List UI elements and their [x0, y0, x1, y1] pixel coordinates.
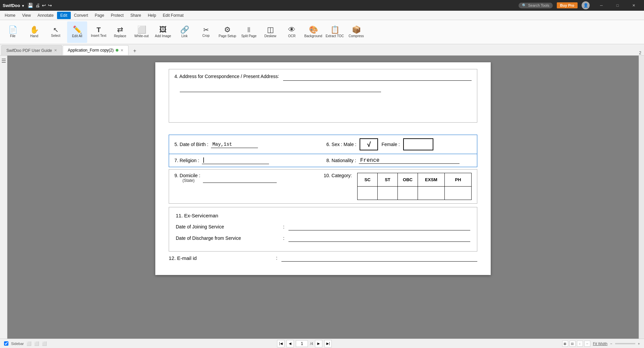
tab-modified-dot	[116, 49, 118, 52]
tool-replace[interactable]: ⇄ Replace	[110, 21, 130, 43]
select-icon: ↖	[53, 26, 59, 33]
tab-add-button[interactable]: +	[130, 47, 139, 55]
menu-edit[interactable]: Edit	[57, 12, 71, 19]
cat-obc-header: OBC	[398, 173, 418, 187]
tool-background-label: Background	[304, 34, 322, 38]
tool-ocr-label: OCR	[288, 34, 296, 38]
discharge-input[interactable]	[288, 234, 470, 242]
fit-width-label[interactable]: Fit Width	[593, 342, 607, 346]
address-line1[interactable]	[283, 73, 472, 81]
view-icon-2[interactable]: ▤	[570, 341, 576, 347]
tool-edit-all[interactable]: ✏️ Edit All	[67, 21, 87, 43]
tool-page-setup[interactable]: ⚙ Page Setup	[217, 21, 237, 43]
panel-icon-1[interactable]: ⬜	[26, 341, 32, 346]
zoom-minus-button[interactable]: −	[610, 342, 612, 346]
title-bar: SwifDoo ▼ 💾 🖨 ↩ ↪ 🔍 Search Tools Buy Pro…	[0, 0, 644, 11]
tool-file[interactable]: 📄 File	[3, 21, 23, 43]
print-quick-icon[interactable]: 🖨	[35, 3, 40, 8]
deskew-icon: ◫	[267, 26, 274, 33]
cat-st-cell[interactable]	[378, 187, 398, 200]
status-bar: Sidebar ⬜ ⬜ ⬜ |◀ ◀ /4 ▶ ▶| ▦ ▤ ↕ ↔ Fit W…	[0, 339, 644, 348]
file-icon: 📄	[8, 26, 17, 33]
female-checkbox[interactable]	[403, 138, 433, 150]
view-icon-1[interactable]: ▦	[562, 341, 568, 347]
zoom-plus-button[interactable]: +	[638, 342, 640, 346]
buy-pro-button[interactable]: Buy Pro	[557, 2, 578, 8]
save-quick-icon[interactable]: 💾	[28, 3, 33, 8]
tool-link[interactable]: 🔗 Link	[174, 21, 195, 43]
joining-colon: :	[283, 224, 284, 229]
tab-application-form-close[interactable]: ✕	[120, 48, 123, 53]
menu-help[interactable]: Help	[145, 12, 160, 19]
male-checkbox[interactable]: √	[360, 138, 378, 150]
maximize-button[interactable]: □	[610, 0, 625, 11]
category-header-row: SC ST OBC EXSM PH	[358, 173, 472, 187]
tool-ocr[interactable]: 👁 OCR	[282, 21, 302, 43]
tool-split-page-label: Split Page	[241, 34, 257, 38]
pdf-viewer[interactable]: 4. Address for Correspondence / Present …	[7, 56, 639, 339]
domicile-input[interactable]	[203, 176, 277, 183]
cat-sc-cell[interactable]	[358, 187, 378, 200]
tool-white-out[interactable]: ⬜ White-out	[131, 21, 152, 43]
tool-background[interactable]: 🎨 Background	[303, 21, 323, 43]
address-line2[interactable]	[180, 85, 381, 92]
menu-convert[interactable]: Convert	[71, 12, 92, 19]
app-logo[interactable]: SwifDoo ▼	[3, 3, 25, 8]
tool-extract-toc[interactable]: 📋 Extract TOC	[325, 21, 345, 43]
tab-pdf-guide[interactable]: SwifDoo PDF User Guide ✕	[1, 45, 62, 55]
email-input[interactable]	[281, 254, 477, 262]
menu-view[interactable]: View	[19, 12, 34, 19]
nationality-value[interactable]: Frence	[359, 157, 460, 164]
next-page-button[interactable]: ▶	[315, 340, 322, 347]
page-number-input[interactable]	[296, 340, 308, 347]
view-icon-3[interactable]: ↕	[577, 341, 583, 347]
menu-annotate[interactable]: Annotate	[34, 12, 57, 19]
joining-input[interactable]	[288, 223, 470, 230]
tool-crop[interactable]: ✂ Crop	[196, 21, 216, 43]
app-title-arrow[interactable]: ▼	[21, 4, 25, 8]
religion-input[interactable]	[202, 157, 269, 164]
panel-icon-2[interactable]: ⬜	[34, 341, 39, 346]
tool-compress[interactable]: 📦 Compress	[346, 21, 366, 43]
tool-select[interactable]: ↖ Select	[46, 21, 66, 43]
view-icon-4[interactable]: ↔	[584, 341, 590, 347]
email-label: 12. E-mail id	[169, 255, 276, 261]
tool-hand[interactable]: ✋ Hand	[24, 21, 44, 43]
redo-quick-icon[interactable]: ↪	[48, 3, 52, 8]
menu-home[interactable]: Home	[1, 12, 19, 19]
search-tools-box[interactable]: 🔍 Search Tools	[519, 3, 552, 8]
cat-obc-cell[interactable]	[398, 187, 418, 200]
menu-protect[interactable]: Protect	[108, 12, 127, 19]
first-page-button[interactable]: |◀	[277, 340, 284, 347]
tab-application-form[interactable]: Application_Form copy(2) ✕	[63, 45, 128, 55]
ocr-icon: 👁	[288, 26, 296, 33]
sidebar-toggle[interactable]: ☰	[1, 58, 6, 64]
minimize-button[interactable]: ─	[594, 0, 609, 11]
sidebar-panel: ☰	[0, 56, 7, 339]
undo-quick-icon[interactable]: ↩	[42, 3, 46, 8]
hand-icon: ✋	[30, 26, 39, 33]
menu-page[interactable]: Page	[92, 12, 108, 19]
menu-edit-format[interactable]: Edit Format	[159, 12, 187, 19]
sex-part: 6. Sex : Male : √ Female :	[326, 138, 472, 150]
menu-share[interactable]: Share	[127, 12, 145, 19]
panel-icon-3[interactable]: ⬜	[42, 341, 47, 346]
tool-white-out-label: White-out	[135, 34, 149, 38]
dob-input[interactable]: May,1st	[211, 141, 258, 148]
tool-compress-label: Compress	[348, 34, 364, 38]
cat-exsm-cell[interactable]	[418, 187, 445, 200]
tool-insert-text[interactable]: T Insert Text	[89, 21, 109, 43]
tool-split-page[interactable]: ⫴ Split Page	[239, 21, 259, 43]
tool-deskew[interactable]: ◫ Deskew	[260, 21, 280, 43]
close-button[interactable]: ✕	[626, 0, 641, 11]
cursor-blink	[203, 157, 204, 163]
tab-pdf-guide-close[interactable]: ✕	[54, 48, 57, 53]
tool-add-image[interactable]: 🖼 Add Image	[153, 21, 173, 43]
user-avatar[interactable]: 👤	[582, 1, 590, 9]
cat-ph-cell[interactable]	[445, 187, 472, 200]
sidebar-checkbox[interactable]	[4, 341, 8, 346]
last-page-button[interactable]: ▶|	[324, 340, 332, 347]
title-bar-left: SwifDoo ▼ 💾 🖨 ↩ ↪	[3, 3, 52, 8]
tool-page-setup-label: Page Setup	[219, 34, 236, 38]
prev-page-button[interactable]: ◀	[286, 340, 294, 347]
